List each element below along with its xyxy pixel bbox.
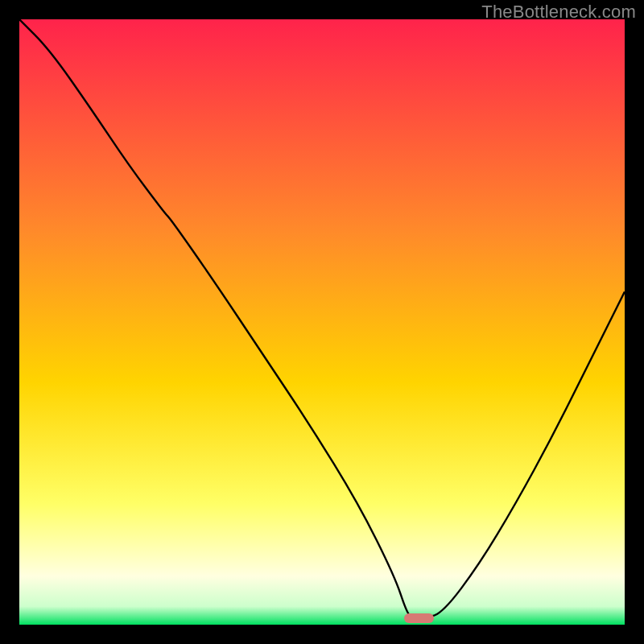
chart-frame: TheBottleneck.com [0,0,644,644]
watermark-text: TheBottleneck.com [481,2,636,23]
optimal-marker [404,613,435,623]
bottleneck-curve [19,19,625,625]
plot-area [19,19,625,625]
